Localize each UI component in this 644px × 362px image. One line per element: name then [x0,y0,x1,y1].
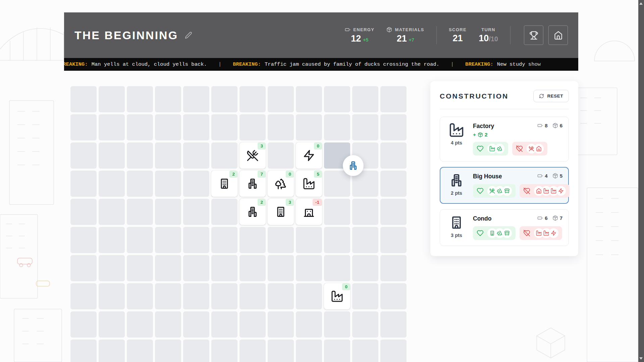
tile-house[interactable]: -1 [296,199,322,225]
board-cell[interactable] [155,199,181,225]
board-cell[interactable] [324,255,350,281]
board-cell[interactable] [99,114,125,140]
board-cell[interactable] [183,255,209,281]
board-cell[interactable] [352,199,378,225]
board-cell[interactable] [183,311,209,338]
board-cell[interactable] [239,114,266,140]
board-cell[interactable] [211,340,237,362]
board-cell[interactable] [127,199,153,225]
board-cell[interactable] [127,340,153,362]
board-cell[interactable] [324,171,350,197]
board-cell[interactable] [296,311,322,338]
board-cell[interactable] [239,86,266,112]
board-cell[interactable] [380,255,407,281]
board-cell[interactable] [239,255,266,281]
tile-bighouse[interactable]: 7 [239,171,266,197]
board-cell[interactable] [268,86,294,112]
board-cell[interactable] [211,86,237,112]
board-cell[interactable] [70,142,97,169]
board-cell[interactable] [239,311,266,338]
board-cell[interactable] [268,114,294,140]
tile-factory[interactable]: 0 [324,283,350,309]
board-cell[interactable] [155,86,181,112]
board-cell[interactable] [380,142,407,169]
board-cell[interactable] [380,340,407,362]
board-cell[interactable] [183,227,209,253]
tile-condo[interactable]: 2 [211,171,237,197]
board-cell[interactable] [99,142,125,169]
board-cell[interactable] [239,283,266,309]
board-cell[interactable] [380,311,407,338]
board-cell[interactable] [352,114,378,140]
tile-factory[interactable]: 5 [296,171,322,197]
board-cell[interactable] [352,255,378,281]
board-cell[interactable] [99,283,125,309]
board-cell[interactable] [211,227,237,253]
board-cell[interactable] [99,311,125,338]
board-cell[interactable] [99,255,125,281]
board-cell[interactable] [127,255,153,281]
board-cell[interactable] [380,171,407,197]
board-cell[interactable] [380,114,407,140]
board-cell[interactable] [380,227,407,253]
pencil-icon[interactable] [185,32,192,39]
board-cell[interactable] [352,311,378,338]
board-cell[interactable] [127,142,153,169]
board-cell[interactable] [380,283,407,309]
board-cell[interactable] [268,283,294,309]
board-cell[interactable] [268,142,294,169]
board-cell[interactable] [380,199,407,225]
board-cell[interactable] [211,311,237,338]
board-cell[interactable] [268,340,294,362]
board-cell[interactable] [380,86,407,112]
board-cell[interactable] [324,199,350,225]
construction-card-condo[interactable]: 3 ptsCondo67 [440,209,569,246]
board-cell[interactable] [183,283,209,309]
board-cell[interactable] [127,227,153,253]
board-cell[interactable] [70,340,97,362]
board-cell[interactable] [183,142,209,169]
board-cell[interactable] [99,171,125,197]
board-cell[interactable] [70,114,97,140]
board-cell[interactable] [127,311,153,338]
board-cell[interactable] [155,255,181,281]
board-cell[interactable] [99,340,125,362]
board-cell[interactable] [239,340,266,362]
window-scrollbar[interactable] [638,0,644,362]
tile-tree[interactable]: 0 [268,171,294,197]
board-cell[interactable] [324,227,350,253]
board-cell[interactable] [99,86,125,112]
board-cell[interactable] [99,199,125,225]
board-cell[interactable] [127,171,153,197]
board-cell[interactable] [127,283,153,309]
board-cell[interactable] [296,283,322,309]
board-cell[interactable] [155,283,181,309]
board-cell[interactable] [183,340,209,362]
board-cell[interactable] [239,227,266,253]
board-cell[interactable] [70,171,97,197]
board-cell[interactable] [296,114,322,140]
board-cell[interactable] [352,86,378,112]
board-cell[interactable] [155,340,181,362]
construction-card-factory[interactable]: 4 ptsFactory86+ 2 [440,117,569,162]
board-cell[interactable] [296,86,322,112]
achievements-button[interactable] [524,25,543,45]
board-cell[interactable] [183,86,209,112]
board-cell[interactable] [211,142,237,169]
board-cell[interactable] [268,227,294,253]
board-cell[interactable] [70,255,97,281]
board-cell[interactable] [324,340,350,362]
construction-card-big-house[interactable]: 2 ptsBig House45 [440,167,569,204]
board-cell[interactable] [352,227,378,253]
board-cell[interactable] [324,86,350,112]
tile-utensils[interactable]: 3 [239,142,266,169]
scrollbar-up-arrow[interactable] [639,2,643,5]
board-cell[interactable] [183,199,209,225]
home-button[interactable] [548,25,568,45]
tile-condo[interactable]: 3 [268,199,294,225]
board-cell[interactable] [70,311,97,338]
board-cell[interactable] [183,171,209,197]
board-cell[interactable] [352,340,378,362]
drag-preview[interactable] [343,155,364,176]
board-cell[interactable] [70,199,97,225]
